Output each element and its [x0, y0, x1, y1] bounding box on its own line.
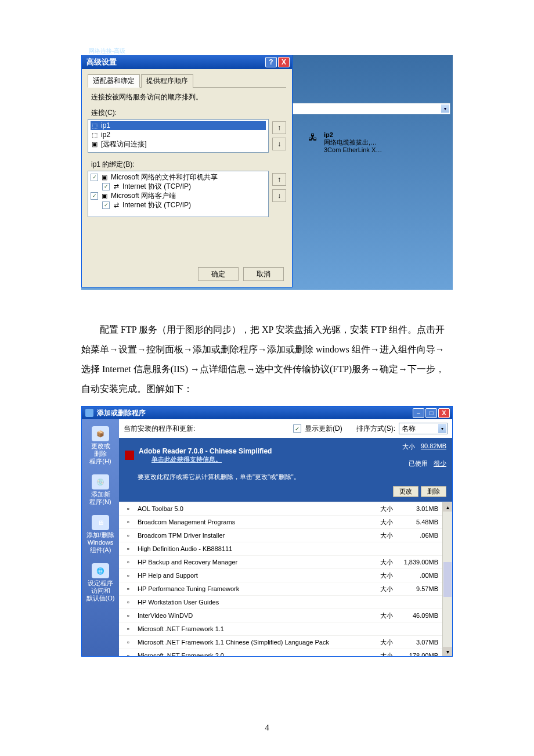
- connection-item-ip1[interactable]: ⬚ ip1: [91, 121, 266, 130]
- size-label: 大小: [376, 571, 393, 580]
- bindings-list[interactable]: ✓ ▣ Microsoft 网络的文件和打印机共享 ✓ ⇄ Internet 协…: [88, 171, 269, 217]
- tab-adapters-bindings[interactable]: 适配器和绑定: [88, 74, 140, 88]
- chevron-down-icon[interactable]: ▾: [441, 105, 449, 113]
- scroll-down-icon[interactable]: ▾: [443, 647, 452, 656]
- close-button[interactable]: X: [438, 408, 450, 418]
- sidebar-program-access[interactable]: 🌐 设定程序 访问和 默认值(O): [82, 560, 119, 608]
- scroll-thumb[interactable]: [443, 562, 452, 597]
- scroll-up-icon[interactable]: ▴: [443, 502, 452, 512]
- dialog-actions: 确定 取消: [198, 267, 284, 281]
- binding-item[interactable]: ✓ ▣ Microsoft 网络客户端: [91, 191, 266, 200]
- connection-item-ip2[interactable]: ⬚ ip2: [91, 130, 266, 139]
- used-label: 已使用: [409, 459, 428, 468]
- binding-item[interactable]: ✓ ⇄ Internet 协议 (TCP/IP): [91, 182, 266, 191]
- minimize-button[interactable]: –: [413, 408, 424, 418]
- size-label: 大小: [376, 558, 393, 567]
- sidebar-change-remove[interactable]: 📦 更改或 删除 程序(H): [82, 423, 119, 471]
- program-icon: ▫: [124, 517, 133, 527]
- program-name: InterVideo WinDVD: [138, 612, 371, 619]
- program-row[interactable]: ▫InterVideo WinDVD大小46.09MB: [119, 609, 452, 622]
- programs-list[interactable]: ▫AOL Toolbar 5.0大小3.01MB▫Broadcom Manage…: [119, 502, 452, 656]
- show-updates-label: 显示更新(D): [305, 424, 342, 434]
- program-name: Microsoft .NET Framework 1.1 Chinese (Si…: [138, 639, 371, 646]
- support-link[interactable]: 单击此处获得支持信息。: [151, 456, 222, 463]
- move-up-button[interactable]: ↑: [272, 121, 286, 134]
- maximize-button[interactable]: □: [425, 408, 437, 418]
- tab-strip: 适配器和绑定 提供程序顺序: [88, 74, 286, 88]
- page-number: 4: [0, 723, 534, 733]
- program-name: Broadcom TPM Driver Installer: [138, 532, 371, 539]
- sidebar-add-new[interactable]: 💿 添加新 程序(N): [82, 471, 119, 512]
- program-row[interactable]: ▫Microsoft .NET Framework 2.0大小178.00MB: [119, 649, 452, 656]
- binding-order-arrows: ↑ ↓: [272, 171, 286, 217]
- program-row[interactable]: ▫Microsoft .NET Framework 1.1 Chinese (S…: [119, 636, 452, 649]
- ok-button[interactable]: 确定: [198, 267, 239, 281]
- size-label: 大小: [376, 638, 393, 647]
- program-name: Microsoft .NET Framework 2.0: [138, 652, 371, 656]
- change-button[interactable]: 更改: [393, 486, 418, 497]
- program-row[interactable]: ▫Broadcom Management Programs大小5.48MB: [119, 516, 452, 529]
- checkbox-icon[interactable]: ✓: [91, 192, 98, 200]
- sort-value: 名称: [402, 424, 416, 434]
- size-value: .06MB: [398, 532, 438, 539]
- program-row[interactable]: ▫High Definition Audio - KB888111: [119, 542, 452, 556]
- program-row[interactable]: ▫HP Performance Tuning Framework大小9.57MB: [119, 582, 452, 596]
- connection-item-remote[interactable]: ▣ [远程访问连接]: [91, 139, 266, 149]
- used-value: 很少: [434, 459, 446, 468]
- program-row[interactable]: ▫HP Backup and Recovery Manager大小1,839.0…: [119, 556, 452, 569]
- program-name: HP Backup and Recovery Manager: [138, 559, 371, 566]
- program-name: Microsoft .NET Framework 1.1: [138, 625, 371, 632]
- sidebar-windows-components[interactable]: 🖥 添加/删除 Windows 组件(A): [82, 512, 119, 560]
- connections-list[interactable]: ⬚ ip1 ⬚ ip2 ▣ [远程访问连接]: [88, 119, 269, 153]
- add-remove-programs-screenshot: 添加或删除程序 – □ X 📦 更改或 删除 程序(H) 💿 添加新 程序(N)…: [81, 406, 453, 657]
- close-button[interactable]: X: [278, 57, 290, 67]
- help-button[interactable]: ?: [265, 57, 277, 67]
- selected-program-panel: Adobe Reader 7.0.8 - Chinese Simplified …: [119, 438, 452, 502]
- size-value: 5.48MB: [398, 519, 438, 525]
- move-up-button[interactable]: ↑: [272, 173, 286, 186]
- size-value: 46.09MB: [398, 612, 438, 619]
- remote-icon: ▣: [91, 141, 99, 148]
- program-name: Adobe Reader 7.0.8 - Chinese Simplified: [139, 447, 272, 455]
- binding-label: Microsoft 网络客户端: [111, 191, 176, 201]
- show-updates-checkbox[interactable]: ✓: [293, 424, 301, 433]
- program-name: AOL Toolbar 5.0: [138, 505, 371, 512]
- program-row[interactable]: ▫Broadcom TPM Driver Installer大小.06MB: [119, 529, 452, 542]
- checkbox-icon[interactable]: ✓: [91, 174, 98, 181]
- network-connection-icons: 🖧 ip2 网络电缆被拔出,… 3Com EtherLink X…: [305, 131, 382, 155]
- program-name: HP Help and Support: [138, 572, 371, 579]
- size-label: 大小: [402, 442, 415, 451]
- program-row[interactable]: ▫AOL Toolbar 5.0大小3.01MB: [119, 502, 452, 516]
- cancel-button[interactable]: 取消: [243, 267, 284, 281]
- move-down-button[interactable]: ↓: [272, 189, 286, 202]
- program-icon: ▫: [124, 544, 133, 553]
- protocol-icon: ⇄: [112, 201, 120, 209]
- content-header: 当前安装的程序和更新: ✓ 显示更新(D) 排序方式(S): 名称 ▾: [119, 419, 452, 438]
- checkbox-icon[interactable]: ✓: [102, 201, 110, 209]
- binding-item[interactable]: ✓ ▣ Microsoft 网络的文件和打印机共享: [91, 172, 266, 182]
- programs-content: 当前安装的程序和更新: ✓ 显示更新(D) 排序方式(S): 名称 ▾: [119, 419, 452, 656]
- size-value: 1,839.00MB: [398, 559, 438, 566]
- window-title: 添加或删除程序: [97, 408, 146, 418]
- advanced-settings-dialog: 网络连接-高级 高级设置 ? X 适配器和绑定 提供程序顺序 连接按被网络服务访…: [81, 55, 293, 287]
- app-icon: [85, 409, 93, 417]
- network-adapter-icon[interactable]: 🖧: [305, 131, 320, 145]
- program-row[interactable]: ▫HP Help and Support大小.00MB: [119, 569, 452, 582]
- program-row[interactable]: ▫Microsoft .NET Framework 1.1: [119, 622, 452, 636]
- parent-window-hint: 网络连接-高级: [89, 47, 125, 55]
- remove-button[interactable]: 删除: [421, 486, 446, 497]
- program-icon: ▫: [124, 651, 133, 656]
- binding-item[interactable]: ✓ ⇄ Internet 协议 (TCP/IP): [91, 200, 266, 210]
- move-down-button[interactable]: ↓: [272, 138, 286, 150]
- connections-label: 连接(C):: [91, 108, 286, 118]
- title-bar: 添加或删除程序 – □ X: [82, 406, 452, 419]
- program-icon: ▫: [124, 638, 133, 647]
- sort-select[interactable]: 名称 ▾: [399, 423, 448, 434]
- address-dropdown[interactable]: ▾: [293, 103, 450, 114]
- program-row[interactable]: ▫HP Workstation User Guides: [119, 596, 452, 609]
- tab-provider-order[interactable]: 提供程序顺序: [141, 74, 193, 88]
- components-icon: 🖥: [92, 515, 109, 530]
- checkbox-icon[interactable]: ✓: [102, 183, 110, 190]
- vertical-scrollbar[interactable]: ▴ ▾: [442, 502, 452, 656]
- size-value: .00MB: [398, 572, 438, 579]
